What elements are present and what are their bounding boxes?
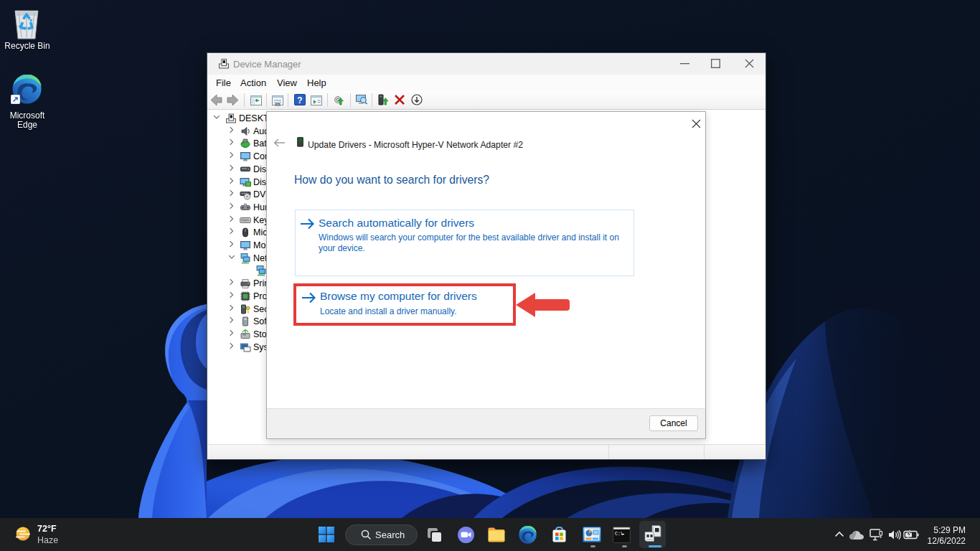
svg-text:?: ? [297,95,302,105]
